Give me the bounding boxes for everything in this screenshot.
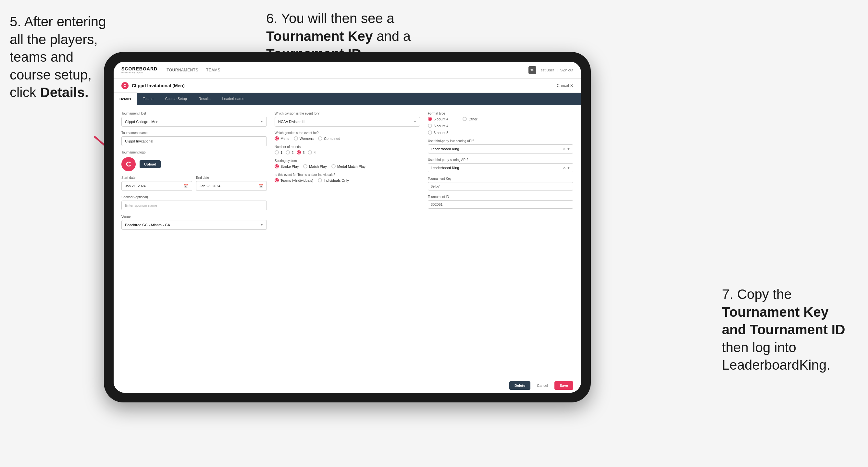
form-col-1: Tournament Host Clippd College - Men ▼ T…	[121, 112, 267, 371]
format-row-1: 5 count 4 Other	[428, 117, 573, 121]
annotation-bottom-right: 7. Copy the Tournament Key and Tournamen…	[722, 286, 858, 374]
gender-radio-group: Mens Womens Combined	[275, 136, 420, 141]
content-area: Tournament Host Clippd College - Men ▼ T…	[114, 105, 581, 378]
form-grid: Tournament Host Clippd College - Men ▼ T…	[121, 112, 573, 371]
gender-womens-radio[interactable]	[294, 136, 298, 141]
form-col-2: Which division is the event for? NCAA Di…	[275, 112, 420, 371]
clear-third-party-2[interactable]: ✕ ▼	[563, 166, 570, 170]
format-6count4[interactable]: 6 count 4	[428, 124, 573, 128]
venue-dropdown-arrow: ▼	[260, 223, 263, 226]
nav-tournaments[interactable]: TOURNAMENTS	[166, 68, 198, 72]
tournament-id-value: 302051	[428, 200, 573, 209]
format-6count5[interactable]: 6 count 5	[428, 130, 573, 135]
page-header: C Clippd Invitational (Men) Cancel ✕	[114, 79, 581, 93]
teams-plus-radio[interactable]	[275, 178, 279, 182]
third-party-2-select[interactable]: Leaderboard King ✕ ▼	[428, 163, 573, 172]
scoring-medal[interactable]: Medal Match Play	[332, 164, 366, 168]
rounds-group: Number of rounds 1 2	[275, 145, 420, 154]
rounds-4[interactable]: 4	[308, 150, 315, 154]
logo-preview: C	[121, 157, 136, 172]
tab-teams[interactable]: Teams	[137, 93, 159, 105]
end-date-group: End date Jan 23, 2024 📅	[196, 176, 267, 191]
scoring-group: Scoring system Stroke Play Match Play	[275, 159, 420, 168]
gender-combined-radio[interactable]	[318, 136, 322, 141]
nav-teams[interactable]: TEAMS	[206, 68, 220, 72]
format-6count5-radio[interactable]	[428, 130, 432, 135]
rounds-2-radio[interactable]	[286, 150, 290, 154]
tab-leaderboards[interactable]: Leaderboards	[216, 93, 250, 105]
division-dropdown-arrow: ▼	[413, 120, 416, 123]
calendar-icon-end: 📅	[258, 184, 263, 188]
format-other-radio[interactable]	[463, 117, 467, 121]
gender-womens[interactable]: Womens	[294, 136, 314, 141]
teams-plus-individuals[interactable]: Teams (+Individuals)	[275, 178, 313, 182]
nav-links: TOURNAMENTS TEAMS	[166, 68, 220, 72]
dropdown-arrow: ▼	[260, 120, 263, 123]
delete-button[interactable]: Delete	[509, 381, 530, 390]
scoring-medal-radio[interactable]	[332, 164, 336, 168]
end-date-input[interactable]: Jan 23, 2024 📅	[196, 181, 267, 191]
tablet-device: SCOREBOARD Powered by clippd TOURNAMENTS…	[104, 52, 591, 402]
third-party-1-select[interactable]: Leaderboard King ✕ ▼	[428, 145, 573, 154]
scoring-match-radio[interactable]	[303, 164, 307, 168]
third-party-1-group: Use third-party live scoring API? Leader…	[428, 139, 573, 154]
tournament-host-group: Tournament Host Clippd College - Men ▼	[121, 112, 267, 127]
tournament-key-group: Tournament Key 6efb7	[428, 177, 573, 190]
rounds-1-radio[interactable]	[275, 150, 279, 154]
format-other[interactable]: Other	[463, 117, 477, 121]
tablet-screen: SCOREBOARD Powered by clippd TOURNAMENTS…	[114, 62, 581, 393]
rounds-3[interactable]: 3	[297, 150, 305, 154]
save-button[interactable]: Save	[554, 381, 573, 390]
venue-input[interactable]: Peachtree GC - Atlanta - GA ▼	[121, 220, 267, 230]
cancel-x-button[interactable]: Cancel ✕	[557, 84, 573, 88]
format-5count4[interactable]: 5 count 4	[428, 117, 448, 121]
scoring-match[interactable]: Match Play	[303, 164, 327, 168]
rounds-1[interactable]: 1	[275, 150, 282, 154]
sponsor-group: Sponsor (optional) Enter sponsor name	[121, 195, 267, 210]
tab-course-setup[interactable]: Course Setup	[159, 93, 192, 105]
rounds-radio-group: 1 2 3 4	[275, 150, 420, 154]
clear-third-party-1[interactable]: ✕ ▼	[563, 147, 570, 151]
c-logo: C	[121, 82, 128, 89]
division-group: Which division is the event for? NCAA Di…	[275, 112, 420, 127]
scoring-stroke-radio[interactable]	[275, 164, 279, 168]
teams-radio-group: Teams (+Individuals) Individuals Only	[275, 178, 420, 182]
gender-group: Which gender is the event for? Mens Wome…	[275, 131, 420, 141]
format-6count4-radio[interactable]	[428, 124, 432, 128]
individuals-only[interactable]: Individuals Only	[318, 178, 349, 182]
venue-group: Venue Peachtree GC - Atlanta - GA ▼	[121, 215, 267, 230]
division-input[interactable]: NCAA Division III ▼	[275, 117, 420, 127]
scoreboard-logo: SCOREBOARD Powered by clippd	[121, 66, 157, 74]
gender-mens-radio[interactable]	[275, 136, 279, 141]
sponsor-input[interactable]: Enter sponsor name	[121, 200, 267, 210]
nav-right: TU Test User | Sign out	[528, 66, 573, 74]
tab-results[interactable]: Results	[193, 93, 217, 105]
cancel-button[interactable]: Cancel	[534, 381, 551, 390]
individuals-only-radio[interactable]	[318, 178, 322, 182]
scoring-stroke[interactable]: Stroke Play	[275, 164, 299, 168]
rounds-4-radio[interactable]	[308, 150, 312, 154]
date-row: Start date Jan 21, 2024 📅 End date Jan 2…	[121, 176, 267, 191]
tab-details[interactable]: Details	[114, 93, 137, 105]
gender-mens[interactable]: Mens	[275, 136, 289, 141]
teams-group: Is this event for Teams and/or Individua…	[275, 173, 420, 182]
rounds-2[interactable]: 2	[286, 150, 293, 154]
tournament-name-input[interactable]: Clippd Invitational	[121, 136, 267, 146]
tournament-host-input[interactable]: Clippd College - Men ▼	[121, 117, 267, 127]
tournament-key-value: 6efb7	[428, 182, 573, 190]
tab-bar: Details Teams Course Setup Results Leade…	[114, 93, 581, 105]
sign-out-link[interactable]: Sign out	[560, 68, 573, 72]
tournament-logo-group: Tournament logo C Upload	[121, 151, 267, 172]
user-avatar: TU	[528, 66, 536, 74]
upload-button[interactable]: Upload	[140, 160, 161, 168]
top-nav: SCOREBOARD Powered by clippd TOURNAMENTS…	[114, 62, 581, 79]
format-type-group: Format type 5 count 4 Other	[428, 112, 573, 135]
start-date-input[interactable]: Jan 21, 2024 📅	[121, 181, 192, 191]
format-options: 5 count 4 Other 6 count 4	[428, 117, 573, 135]
form-col-3: Format type 5 count 4 Other	[428, 112, 573, 371]
rounds-3-radio[interactable]	[297, 150, 301, 154]
format-5count4-radio[interactable]	[428, 117, 432, 121]
gender-combined[interactable]: Combined	[318, 136, 340, 141]
footer-bar: Delete Cancel Save	[114, 378, 581, 393]
logo-upload-area: C Upload	[121, 157, 267, 172]
